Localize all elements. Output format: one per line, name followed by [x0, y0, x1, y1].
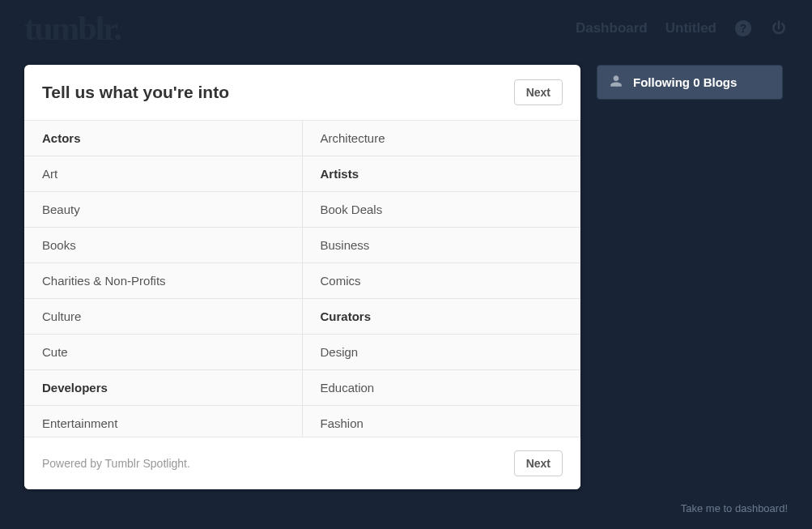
tumblr-logo[interactable]: tumblr.: [24, 9, 121, 48]
categories-grid: ActorsArchitectureArtArtistsBeautyBook D…: [24, 121, 580, 437]
power-icon[interactable]: [770, 19, 788, 37]
category-item[interactable]: Education: [303, 370, 581, 406]
following-label: Following 0 Blogs: [633, 75, 737, 89]
category-item[interactable]: Architecture: [303, 121, 581, 156]
category-item[interactable]: Culture: [24, 299, 303, 335]
category-item[interactable]: Developers: [24, 370, 303, 406]
interests-modal: Tell us what you're into Next ActorsArch…: [24, 65, 580, 489]
category-item[interactable]: Actors: [24, 121, 303, 156]
app-header: tumblr. Dashboard Untitled ?: [0, 0, 812, 57]
nav-untitled[interactable]: Untitled: [665, 20, 716, 36]
category-item[interactable]: Fashion: [303, 406, 581, 437]
category-item[interactable]: Design: [303, 335, 581, 370]
category-item[interactable]: Curators: [303, 299, 581, 335]
person-icon: [609, 74, 623, 91]
next-button-top[interactable]: Next: [514, 79, 563, 105]
category-item[interactable]: Artists: [303, 156, 581, 192]
nav-dashboard[interactable]: Dashboard: [576, 20, 648, 36]
help-icon[interactable]: ?: [734, 19, 752, 37]
category-item[interactable]: Cute: [24, 335, 303, 370]
modal-header: Tell us what you're into Next: [24, 65, 580, 121]
take-me-to-dashboard-link[interactable]: Take me to dashboard!: [681, 502, 788, 514]
category-item[interactable]: Beauty: [24, 192, 303, 228]
category-item[interactable]: Art: [24, 156, 303, 192]
sidebar: Following 0 Blogs: [597, 65, 783, 100]
category-item[interactable]: Book Deals: [303, 192, 581, 228]
following-box[interactable]: Following 0 Blogs: [597, 65, 783, 100]
modal-footer: Powered by Tumblr Spotlight. Next: [24, 437, 580, 489]
header-nav: Dashboard Untitled ?: [576, 19, 788, 37]
footer-text: Powered by Tumblr Spotlight.: [42, 457, 190, 470]
next-button-bottom[interactable]: Next: [514, 450, 563, 476]
category-item[interactable]: Comics: [303, 263, 581, 299]
category-item[interactable]: Entertainment: [24, 406, 303, 437]
category-item[interactable]: Books: [24, 228, 303, 263]
content-area: Tell us what you're into Next ActorsArch…: [0, 57, 812, 497]
svg-text:?: ?: [740, 23, 746, 35]
category-item[interactable]: Business: [303, 228, 581, 263]
categories-scroll[interactable]: ActorsArchitectureArtArtistsBeautyBook D…: [24, 121, 580, 437]
category-item[interactable]: Charities & Non-Profits: [24, 263, 303, 299]
modal-title: Tell us what you're into: [42, 83, 229, 102]
